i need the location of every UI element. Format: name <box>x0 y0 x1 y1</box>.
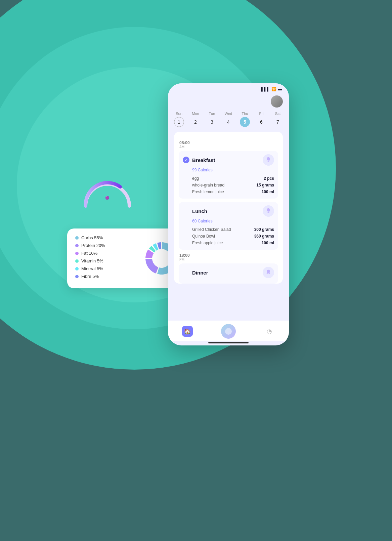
calorie-label: 🟣 <box>105 196 110 200</box>
legend-dot <box>75 275 79 278</box>
calendar-week[interactable]: Sun1Mon2Tue3Wed4Thu5Fri6Sat7 <box>174 112 283 127</box>
calendar-day-sat[interactable]: Sat7 <box>273 112 283 127</box>
calendar-day-mon[interactable]: Mon2 <box>190 112 201 127</box>
nav-chart[interactable]: ◔ <box>264 326 275 337</box>
signal-icon: ▌▌▌ <box>261 87 270 91</box>
legend-dot <box>75 252 79 255</box>
legend-item: Carbs 55% <box>75 235 133 240</box>
legend-item: Protein 20% <box>75 243 133 248</box>
home-indicator <box>208 342 249 343</box>
legend-dot <box>75 259 79 263</box>
home-icon: 🏠 <box>182 326 193 337</box>
calendar-day-fri[interactable]: Fri6 <box>256 112 266 127</box>
wifi-icon: 🛜 <box>271 87 276 91</box>
calendar-day-sun[interactable]: Sun1 <box>174 112 184 127</box>
meal-icon-breakfast <box>263 154 274 166</box>
meal-item-row: Fresh apple juice100 ml <box>192 240 274 246</box>
legend-item: Fibre 5% <box>75 274 133 279</box>
calorie-arc-svg <box>81 177 134 208</box>
meals-container: 08:00AM✓Breakfast99 Caloriesegg2 pcswhol… <box>179 140 278 284</box>
meal-item-row: Grilled Chicken Salad300 grams <box>192 226 274 233</box>
activity-section: 08:00AM✓Breakfast99 Caloriesegg2 pcswhol… <box>174 132 283 284</box>
meal-name-lunch: Lunch <box>192 208 207 214</box>
meal-name-breakfast: Breakfast <box>192 157 215 163</box>
nav-center[interactable] <box>221 324 236 339</box>
calorie-widget: 🟣 <box>74 168 141 212</box>
meal-card-dinner[interactable]: Dinner <box>179 263 278 284</box>
calendar-day-wed[interactable]: Wed4 <box>223 112 233 127</box>
status-icons: ▌▌▌ 🛜 ▬ <box>261 87 282 91</box>
bottom-nav[interactable]: 🏠 ◔ <box>168 321 289 341</box>
check-icon: ✓ <box>183 157 189 163</box>
phone-mockup: ▌▌▌ 🛜 ▬ Sun1Mon2Tue3Wed4Thu5Fri6Sat7 08:… <box>168 83 289 345</box>
calendar-day-tue[interactable]: Tue3 <box>207 112 217 127</box>
meal-item-row: Quinoa Bowl360 grams <box>192 233 274 240</box>
nav-home[interactable]: 🏠 <box>182 326 193 337</box>
meal-icon-lunch <box>263 205 274 217</box>
legend-item: Fat 10% <box>75 251 133 256</box>
meal-item-row: Fresh lemon juice100 ml <box>192 189 274 195</box>
legend-item: Mineral 5% <box>75 266 133 271</box>
nutrition-legend: Carbs 55%Protein 20%Fat 10%Vitamin 5%Min… <box>75 235 133 282</box>
legend-dot <box>75 236 79 240</box>
chart-icon: ◔ <box>264 326 275 337</box>
center-nav-icon <box>221 324 236 339</box>
phone-status-bar: ▌▌▌ 🛜 ▬ <box>168 83 289 93</box>
donut-center <box>153 250 170 267</box>
legend-item: Vitamin 5% <box>75 258 133 263</box>
meal-calories-breakfast: 99 Calories <box>192 168 274 172</box>
phone-header <box>174 93 283 112</box>
svg-point-2 <box>267 208 270 212</box>
meal-card-lunch[interactable]: Lunch60 CaloriesGrilled Chicken Salad300… <box>179 202 278 250</box>
legend-dot <box>75 244 79 247</box>
meal-card-breakfast[interactable]: ✓Breakfast99 Caloriesegg2 pcswhole-grain… <box>179 151 278 199</box>
svg-point-1 <box>267 157 270 161</box>
time-label-2: 18:00PM <box>179 253 278 261</box>
meal-item-row: egg2 pcs <box>192 175 274 182</box>
battery-icon: ▬ <box>278 87 282 91</box>
meal-icon-dinner <box>263 267 274 278</box>
meal-item-row: whole-grain bread15 grams <box>192 182 274 189</box>
legend-dot <box>75 267 79 270</box>
meal-calories-lunch: 60 Calories <box>192 219 274 223</box>
avatar <box>271 95 283 108</box>
phone-content: Sun1Mon2Tue3Wed4Thu5Fri6Sat7 08:00AM✓Bre… <box>168 93 289 321</box>
svg-point-3 <box>267 270 270 273</box>
calendar-day-thu[interactable]: Thu5 <box>240 112 250 127</box>
time-label-0: 08:00AM <box>179 140 278 149</box>
meal-name-dinner: Dinner <box>192 270 208 276</box>
donut-segment-5 <box>157 242 161 249</box>
